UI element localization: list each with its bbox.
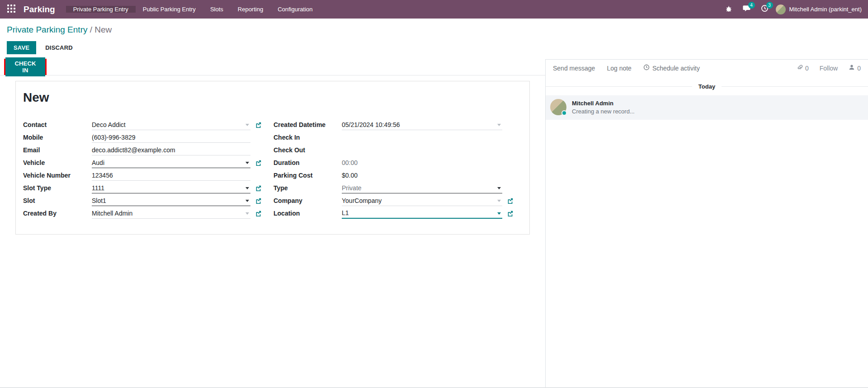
email-value: deco.addict82@example.com <box>92 146 175 154</box>
mobile-field[interactable]: (603)-996-3829 <box>92 132 250 143</box>
debug-button[interactable] <box>722 0 736 19</box>
menu-reporting[interactable]: Reporting <box>231 6 270 13</box>
log-note-button[interactable]: Log note <box>607 65 632 72</box>
chevron-down-icon[interactable] <box>245 200 249 202</box>
external-link-icon[interactable] <box>255 160 261 166</box>
activities-button[interactable]: 3 <box>758 0 772 19</box>
schedule-clock-icon <box>643 64 650 72</box>
created-datetime-field[interactable]: 05/21/2024 10:49:56 <box>342 119 502 130</box>
chevron-down-icon[interactable] <box>497 212 501 215</box>
attachments-button[interactable]: 0 <box>797 64 809 72</box>
slot-type-value: 1111 <box>92 184 104 192</box>
date-divider-label: Today <box>692 83 722 90</box>
user-avatar <box>776 5 786 14</box>
messages-button[interactable]: 4 <box>740 0 754 19</box>
check-out-field <box>342 145 502 155</box>
email-field[interactable]: deco.addict82@example.com <box>92 145 250 155</box>
contact-value: Deco Addict <box>92 121 126 128</box>
external-link-icon[interactable] <box>255 211 261 216</box>
contact-field[interactable]: Deco Addict <box>92 119 250 130</box>
online-status-dot <box>561 110 567 116</box>
field-row-vehicle-number: Vehicle Number 123456 <box>23 169 294 182</box>
duration-field: 00:00 <box>342 157 502 168</box>
created-by-field[interactable]: Mitchell Admin <box>92 208 250 219</box>
menu-slots[interactable]: Slots <box>203 6 231 13</box>
chevron-down-icon[interactable] <box>497 200 501 202</box>
chevron-down-icon[interactable] <box>497 187 501 189</box>
chatter-toolbar: Send message Log note Schedule activity … <box>546 60 868 76</box>
slot-type-field[interactable]: 1111 <box>92 183 250 193</box>
location-field[interactable]: L1 <box>342 208 502 219</box>
field-row-created-by: Created By Mitchell Admin <box>23 207 294 220</box>
external-link-icon[interactable] <box>255 198 261 204</box>
field-label-type: Type <box>274 184 342 192</box>
follower-count: 0 <box>857 65 861 72</box>
type-value: Private <box>342 184 362 192</box>
annotation-highlight-box: CHECK IN <box>4 59 47 75</box>
form-sheet: New Contact Deco Addict Mobile (603)-996… <box>15 81 530 235</box>
type-select[interactable]: Private <box>342 183 502 193</box>
user-name: Mitchell Admin (parkint_ent) <box>789 6 862 13</box>
user-menu[interactable]: Mitchell Admin (parkint_ent) <box>776 5 862 14</box>
top-navbar: Parking Private Parking Entry Public Par… <box>0 0 868 19</box>
created-datetime-value: 05/21/2024 10:49:56 <box>342 121 400 128</box>
statusbar: CHECK IN <box>0 59 545 75</box>
form-right-column: Created Datetime 05/21/2024 10:49:56 Che… <box>274 118 529 220</box>
field-label-vehicle: Vehicle <box>23 159 92 166</box>
app-menu: Private Parking Entry Public Parking Ent… <box>66 6 320 13</box>
slot-value: Slot1 <box>92 197 106 204</box>
field-row-check-in: Check In <box>274 131 529 144</box>
chevron-down-icon[interactable] <box>245 124 249 126</box>
app-title[interactable]: Parking <box>20 5 66 14</box>
breadcrumb-separator: / <box>90 25 92 34</box>
field-row-email: Email deco.addict82@example.com <box>23 144 294 156</box>
parking-cost-value: $0.00 <box>342 172 358 179</box>
menu-private-parking-entry[interactable]: Private Parking Entry <box>66 6 136 13</box>
check-in-button[interactable]: CHECK IN <box>5 57 45 76</box>
location-value: L1 <box>342 209 349 216</box>
slot-field[interactable]: Slot1 <box>92 195 250 206</box>
field-row-check-out: Check Out <box>274 144 529 156</box>
external-link-icon[interactable] <box>507 198 513 204</box>
followers-button[interactable]: 0 <box>849 64 861 72</box>
chevron-down-icon[interactable] <box>497 124 501 126</box>
field-row-company: Company YourCompany <box>274 194 529 207</box>
breadcrumb: Private Parking Entry / New <box>7 25 112 35</box>
vehicle-value: Audi <box>92 159 104 166</box>
messages-count-badge: 4 <box>748 2 755 9</box>
field-label-location: Location <box>274 210 342 217</box>
external-link-icon[interactable] <box>255 122 261 128</box>
form-left-column: Contact Deco Addict Mobile (603)-996-382… <box>23 118 294 220</box>
chevron-down-icon[interactable] <box>245 212 249 215</box>
field-label-vehicle-number: Vehicle Number <box>23 172 92 179</box>
discard-button[interactable]: DISCARD <box>42 42 75 54</box>
duration-value: 00:00 <box>342 159 358 166</box>
vehicle-field[interactable]: Audi <box>92 157 250 168</box>
chevron-down-icon[interactable] <box>245 187 249 189</box>
chatter-panel: Send message Log note Schedule activity … <box>545 59 868 388</box>
follow-button[interactable]: Follow <box>820 65 838 72</box>
send-message-button[interactable]: Send message <box>553 65 595 72</box>
chatter-message[interactable]: Mitchell Admin Creating a new record... <box>546 95 868 120</box>
field-row-type: Type Private <box>274 182 529 194</box>
external-link-icon[interactable] <box>255 185 261 191</box>
field-row-parking-cost: Parking Cost $0.00 <box>274 169 529 182</box>
menu-configuration[interactable]: Configuration <box>270 6 320 13</box>
breadcrumb-parent-link[interactable]: Private Parking Entry <box>7 25 87 34</box>
schedule-activity-button[interactable]: Schedule activity <box>643 64 700 72</box>
page-bottom-border <box>0 387 868 388</box>
vehicle-number-field[interactable]: 123456 <box>92 170 250 181</box>
field-label-contact: Contact <box>23 121 92 128</box>
field-row-contact: Contact Deco Addict <box>23 118 294 131</box>
menu-public-parking-entry[interactable]: Public Parking Entry <box>136 6 203 13</box>
chevron-down-icon[interactable] <box>245 162 249 164</box>
apps-menu-button[interactable] <box>0 5 20 14</box>
company-field[interactable]: YourCompany <box>342 195 502 206</box>
paperclip-icon <box>797 64 803 72</box>
apps-grid-icon <box>7 5 15 14</box>
field-row-vehicle: Vehicle Audi <box>23 156 294 169</box>
external-link-icon[interactable] <box>507 211 513 216</box>
save-button[interactable]: SAVE <box>7 41 36 54</box>
field-row-created-datetime: Created Datetime 05/21/2024 10:49:56 <box>274 118 529 131</box>
message-author: Mitchell Admin <box>572 100 635 107</box>
